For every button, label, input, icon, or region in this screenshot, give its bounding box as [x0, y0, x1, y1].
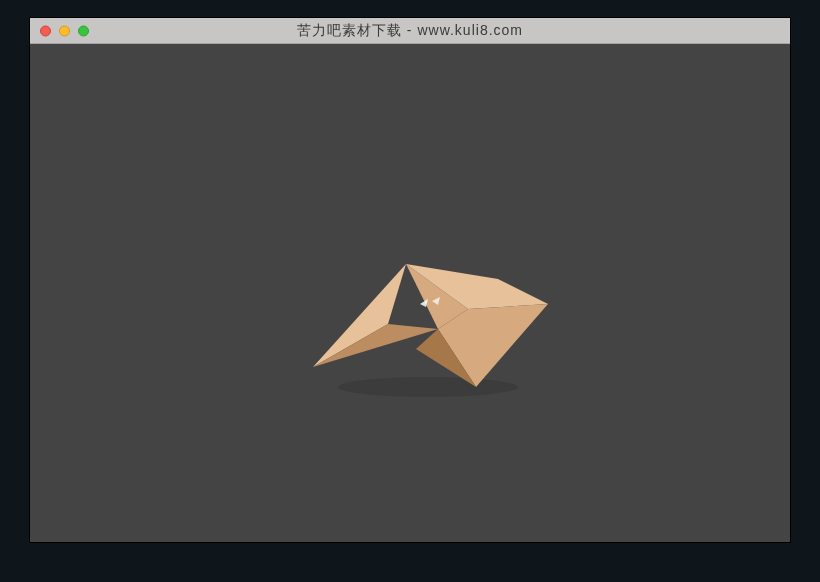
window-titlebar: 苦力吧素材下载 - www.kuli8.com: [30, 18, 790, 44]
maximize-icon[interactable]: [78, 25, 89, 36]
demo-window: 苦力吧素材下载 - www.kuli8.com: [30, 18, 790, 542]
window-title: 苦力吧素材下载 - www.kuli8.com: [30, 22, 790, 40]
paper-airplane-icon: [298, 249, 558, 399]
minimize-icon[interactable]: [59, 25, 70, 36]
content-area: [30, 44, 790, 542]
traffic-lights: [40, 25, 89, 36]
svg-point-0: [338, 377, 518, 397]
close-icon[interactable]: [40, 25, 51, 36]
